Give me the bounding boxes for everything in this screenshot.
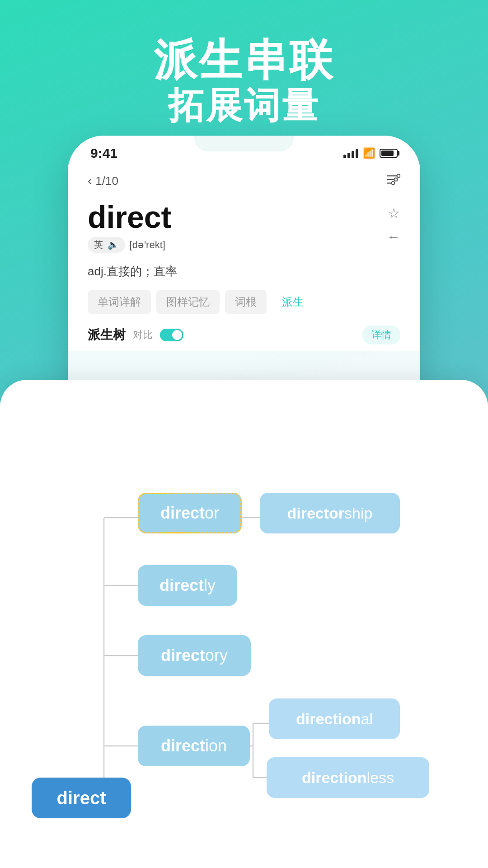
status-icons: 📶 xyxy=(343,147,398,159)
phone-notch xyxy=(194,136,294,151)
filter-icon[interactable] xyxy=(387,174,400,188)
status-time: 9:41 xyxy=(90,146,117,161)
wifi-icon: 📶 xyxy=(363,147,375,159)
node-text-directory: directory xyxy=(161,646,228,665)
svg-point-3 xyxy=(397,175,400,178)
signal-bars-icon xyxy=(343,148,358,158)
node-text-direction: direction xyxy=(161,736,227,755)
svg-point-5 xyxy=(392,182,395,185)
headline-section: 派生串联 拓展词量 xyxy=(0,0,488,146)
tab-image-memory[interactable]: 图样记忆 xyxy=(156,290,220,314)
tree-header-left: 派生树 对比 xyxy=(88,326,183,344)
node-text-directionless: directionless xyxy=(302,769,394,787)
page-indicator: 1/10 xyxy=(95,174,118,188)
headline-line2: 拓展词量 xyxy=(0,84,488,127)
node-text-root: direct xyxy=(57,788,106,808)
headline-line1: 派生串联 xyxy=(0,36,488,84)
tree-header: 派生树 对比 详情 xyxy=(88,322,400,351)
phonetic-text: [də'rekt] xyxy=(130,239,165,251)
compare-text: 对比 xyxy=(133,328,153,342)
word-node-root-direct[interactable]: direct xyxy=(32,778,131,818)
node-text-directorship: directorship xyxy=(287,505,373,522)
back-arrow-icon[interactable]: ‹ xyxy=(88,174,92,188)
word-definition: adj.直接的；直率 xyxy=(88,257,400,286)
tabs-row: 单词详解 图样记忆 词根 派生 xyxy=(88,290,400,314)
tab-root[interactable]: 词根 xyxy=(225,290,267,314)
word-node-direction[interactable]: direction xyxy=(138,726,250,766)
tree-card: director directorship directly directory… xyxy=(0,380,488,868)
word-section: direct 英 🔈 [də'rekt] ☆ ← xyxy=(88,193,400,257)
word-node-director[interactable]: director xyxy=(138,493,242,533)
nav-left: ‹ 1/10 xyxy=(88,174,118,188)
word-node-directionless[interactable]: directionless xyxy=(267,757,429,798)
word-node-directory[interactable]: directory xyxy=(138,635,251,676)
svg-point-4 xyxy=(394,178,398,181)
star-icon[interactable]: ☆ xyxy=(388,205,400,221)
tab-derivative[interactable]: 派生 xyxy=(272,290,314,314)
word-action-icons: ☆ ← xyxy=(387,202,400,245)
word-main: direct 英 🔈 [də'rekt] xyxy=(88,202,387,253)
detail-button[interactable]: 详情 xyxy=(362,326,400,344)
sound-icon[interactable]: 🔈 xyxy=(108,240,119,250)
word-title: direct xyxy=(88,202,387,232)
word-node-directional[interactable]: directional xyxy=(269,698,400,739)
tree-label: 派生树 xyxy=(88,326,126,344)
node-text-directional: directional xyxy=(296,710,373,728)
node-base-director: director xyxy=(160,504,219,523)
back-word-icon[interactable]: ← xyxy=(387,229,400,245)
phone-content: ‹ 1/10 direct 英 xyxy=(68,165,420,351)
battery-icon xyxy=(380,149,398,158)
tab-word-detail[interactable]: 单词详解 xyxy=(88,290,151,314)
phonetic-badge[interactable]: 英 🔈 xyxy=(88,237,125,253)
word-node-directorship[interactable]: directorship xyxy=(260,493,400,533)
nav-bar: ‹ 1/10 xyxy=(88,165,400,193)
node-text-directly: directly xyxy=(160,576,216,595)
compare-toggle[interactable] xyxy=(160,329,183,341)
word-phonetic: 英 🔈 [də'rekt] xyxy=(88,237,387,253)
word-node-directly[interactable]: directly xyxy=(138,565,237,606)
